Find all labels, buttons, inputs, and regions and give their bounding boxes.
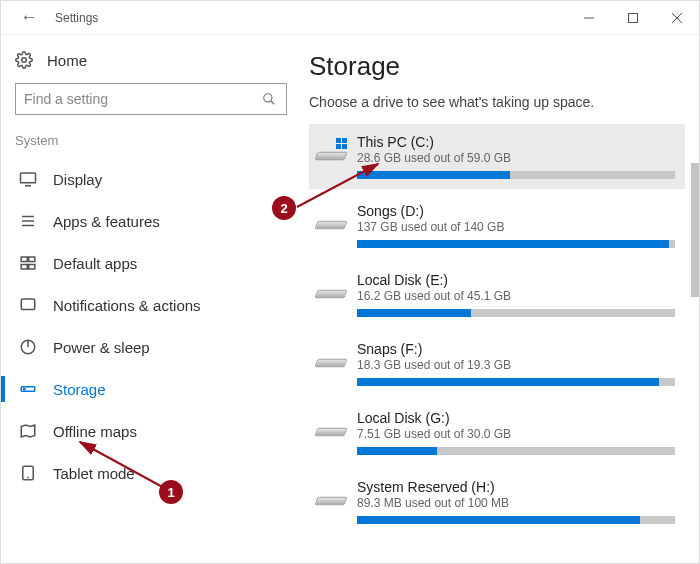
svg-rect-12 (21, 257, 27, 262)
nav-item-power[interactable]: Power & sleep (15, 326, 287, 368)
window-controls (567, 1, 699, 35)
window-title: Settings (55, 11, 567, 25)
default-apps-icon (19, 254, 37, 272)
drive-bar (357, 447, 675, 455)
settings-window: ← Settings Home Find a setting (0, 0, 700, 564)
home-label: Home (47, 52, 87, 69)
nav-item-offline-maps[interactable]: Offline maps (15, 410, 287, 452)
drive-name: Songs (D:) (357, 203, 675, 219)
hdd-icon (315, 428, 348, 436)
drive-item[interactable]: Songs (D:)137 GB used out of 140 GB (309, 193, 685, 258)
drive-usage: 7.51 GB used out of 30.0 GB (357, 427, 675, 441)
drive-item[interactable]: System Reserved (H:)89.3 MB used out of … (309, 469, 685, 534)
svg-point-20 (24, 388, 26, 390)
hdd-icon (315, 152, 348, 160)
nav-label: Storage (53, 381, 106, 398)
nav-item-notifications[interactable]: Notifications & actions (15, 284, 287, 326)
display-icon (19, 170, 37, 188)
scrollbar[interactable] (691, 163, 699, 297)
nav-item-apps[interactable]: Apps & features (15, 200, 287, 242)
nav-label: Offline maps (53, 423, 137, 440)
drive-bar (357, 516, 675, 524)
drive-bar (357, 240, 675, 248)
drive-name: Local Disk (E:) (357, 272, 675, 288)
drive-icon (315, 483, 349, 511)
drive-usage: 137 GB used out of 140 GB (357, 220, 675, 234)
drive-icon (315, 276, 349, 304)
drive-item[interactable]: Snaps (F:)18.3 GB used out of 19.3 GB (309, 331, 685, 396)
svg-marker-21 (21, 425, 35, 437)
drive-item[interactable]: Local Disk (E:)16.2 GB used out of 45.1 … (309, 262, 685, 327)
svg-line-6 (271, 101, 275, 105)
drive-name: System Reserved (H:) (357, 479, 675, 495)
close-button[interactable] (655, 1, 699, 35)
svg-rect-15 (29, 265, 35, 270)
nav-label: Display (53, 171, 102, 188)
svg-point-5 (264, 94, 272, 102)
search-input[interactable]: Find a setting (15, 83, 287, 115)
page-title: Storage (309, 51, 685, 82)
drive-usage: 28.6 GB used out of 59.0 GB (357, 151, 675, 165)
right-pane: Storage Choose a drive to see what's tak… (301, 35, 699, 563)
search-icon (260, 90, 278, 108)
svg-rect-7 (21, 173, 36, 183)
home-button[interactable]: Home (15, 51, 287, 69)
drive-item[interactable]: This PC (C:)28.6 GB used out of 59.0 GB (309, 124, 685, 189)
drive-bar (357, 309, 675, 317)
drive-list: This PC (C:)28.6 GB used out of 59.0 GBS… (309, 124, 685, 534)
nav-list: Display Apps & features Default apps Not… (15, 158, 287, 494)
nav-label: Default apps (53, 255, 137, 272)
minimize-button[interactable] (567, 1, 611, 35)
section-label: System (15, 133, 287, 148)
nav-item-tablet-mode[interactable]: Tablet mode (15, 452, 287, 494)
nav-label: Apps & features (53, 213, 160, 230)
nav-label: Power & sleep (53, 339, 150, 356)
page-subtitle: Choose a drive to see what's taking up s… (309, 94, 685, 110)
windows-logo-icon (336, 138, 347, 149)
svg-rect-14 (21, 265, 27, 270)
content: Home Find a setting System Display Apps … (1, 35, 699, 563)
hdd-icon (315, 290, 348, 298)
nav-item-display[interactable]: Display (15, 158, 287, 200)
drive-name: This PC (C:) (357, 134, 675, 150)
drive-icon (315, 414, 349, 442)
drive-icon (315, 345, 349, 373)
drive-usage: 18.3 GB used out of 19.3 GB (357, 358, 675, 372)
drive-item[interactable]: Local Disk (G:)7.51 GB used out of 30.0 … (309, 400, 685, 465)
hdd-icon (315, 359, 348, 367)
storage-icon (19, 380, 37, 398)
nav-item-default-apps[interactable]: Default apps (15, 242, 287, 284)
drive-usage: 16.2 GB used out of 45.1 GB (357, 289, 675, 303)
drive-name: Local Disk (G:) (357, 410, 675, 426)
drive-bar (357, 171, 675, 179)
hdd-icon (315, 497, 348, 505)
back-button[interactable]: ← (9, 7, 49, 28)
tablet-icon (19, 464, 37, 482)
power-icon (19, 338, 37, 356)
svg-rect-16 (21, 299, 35, 310)
drive-bar (357, 378, 675, 386)
nav-item-storage[interactable]: Storage (15, 368, 287, 410)
left-pane: Home Find a setting System Display Apps … (1, 35, 301, 563)
drive-name: Snaps (F:) (357, 341, 675, 357)
drive-usage: 89.3 MB used out of 100 MB (357, 496, 675, 510)
nav-label: Notifications & actions (53, 297, 201, 314)
apps-icon (19, 212, 37, 230)
search-placeholder: Find a setting (24, 91, 260, 107)
titlebar: ← Settings (1, 1, 699, 35)
nav-label: Tablet mode (53, 465, 135, 482)
svg-rect-13 (29, 257, 35, 262)
gear-icon (15, 51, 33, 69)
notifications-icon (19, 296, 37, 314)
maximize-button[interactable] (611, 1, 655, 35)
hdd-icon (315, 221, 348, 229)
drive-icon (315, 207, 349, 235)
map-icon (19, 422, 37, 440)
svg-rect-1 (629, 13, 638, 22)
svg-point-4 (22, 58, 27, 63)
drive-icon (315, 138, 349, 166)
